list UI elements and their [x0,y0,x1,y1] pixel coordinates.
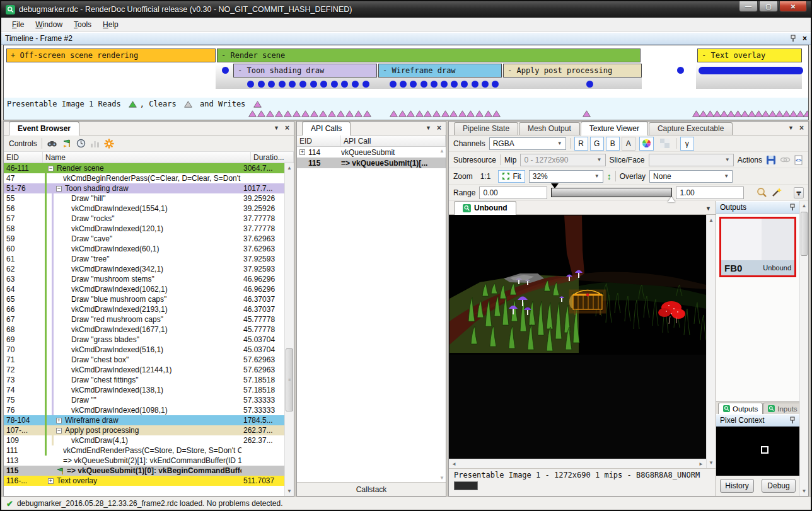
event-row[interactable]: 78-104+Wireframe draw1784.5... [4,415,284,425]
texture-image[interactable] [450,215,706,355]
api-calls-menu-icon[interactable]: ▼ [426,125,431,131]
event-row[interactable]: 107-...−Apply post processing262.37... [4,425,284,435]
api-call-row[interactable]: +114vkQueueSubmit [297,147,446,158]
tab-event-browser[interactable]: Event Browser [9,122,79,135]
debug-button[interactable]: Debug [762,479,796,493]
outputs-pin-icon[interactable] [789,204,796,211]
tree-expander-icon[interactable]: − [48,166,54,171]
pixel-context-view[interactable] [716,427,799,476]
timeline-close-icon[interactable]: × [803,34,807,43]
event-row[interactable]: 58vkCmdDrawIndexed(120,1)37.77778 [4,224,284,234]
api-scroll-down-icon[interactable]: ▼ [439,475,444,481]
tab-outputs[interactable]: Outputs [718,403,763,414]
tab-api-calls[interactable]: API Calls [302,122,351,135]
zoom-combo[interactable]: 32%▼ [529,170,603,183]
column-header-apicall[interactable]: API Call [341,135,446,146]
texture-vertical-scrollbar[interactable]: ▲▼ [706,215,716,468]
scrollbar-thumb[interactable]: ≡ [286,348,293,411]
tree-expander-icon[interactable]: − [56,428,62,433]
range-max-field[interactable]: 1.00 [676,187,744,199]
column-header-duratio[interactable]: Duratio... [251,152,294,163]
fb0-thumbnail[interactable]: FB0 Unbound [719,217,796,277]
event-row[interactable]: 116-...+Text overlay511.7037 [4,476,284,486]
fit-button[interactable]: Fit [498,170,525,183]
channels-combo[interactable]: RGBA▼ [489,137,566,150]
pixel-context-pin-icon[interactable] [789,416,796,424]
history-button[interactable]: History [720,479,754,493]
event-browser-menu-icon[interactable]: ▼ [274,125,279,131]
event-row[interactable]: 62vkCmdDrawIndexed(342,1)37.92593 [4,264,284,274]
menu-item-window[interactable]: Window [30,18,68,31]
maximize-button[interactable]: ▢ [759,1,778,12]
autofit-wand-icon[interactable] [771,187,782,198]
save-texture-icon[interactable] [766,155,776,165]
tree-expander-icon[interactable]: + [56,418,62,423]
timeline-bar--apply-post-processing[interactable]: - Apply post processing [503,64,642,78]
api-scroll-up-icon[interactable]: ▲ [439,148,444,154]
gamma-button[interactable]: γ [680,137,694,151]
time-draws-icon[interactable] [76,139,86,148]
tree-expander-icon[interactable]: + [48,478,54,484]
event-row[interactable]: 64vkCmdDrawIndexed(1062,1)46.96296 [4,284,284,294]
event-row[interactable]: 109vkCmdDraw(4,1)262.37... [4,435,284,445]
texture-tab-menu-icon[interactable]: ▼ [705,205,711,212]
menu-item-file[interactable]: File [6,18,30,31]
event-row[interactable]: 60vkCmdDrawIndexed(60,1)37.62963 [4,244,284,254]
event-row[interactable]: 57Draw "rocks"37.77778 [4,214,284,224]
texture-panel-close-icon[interactable]: × [799,123,804,132]
event-browser-scrollbar[interactable]: ▲ ≡ ▼ [284,163,294,496]
event-row[interactable]: 55Draw "hill"39.25926 [4,193,284,204]
timeline-bar--wireframe-draw[interactable]: - Wireframe draw [378,64,502,78]
event-browser-close-icon[interactable]: × [285,123,289,132]
tab-capture-executable[interactable]: Capture Executable [649,122,733,135]
slice-face-combo[interactable]: ▼ [649,154,734,166]
minimize-button[interactable]: — [739,1,758,12]
menu-item-help[interactable]: Help [97,18,124,31]
event-row[interactable]: 59Draw "cave"37.62963 [4,234,284,244]
timeline-bar--render-scene[interactable]: - Render scene [217,49,641,62]
channel-a-button[interactable]: A [622,137,635,151]
range-black-point-handle[interactable] [551,183,559,188]
find-event-icon[interactable] [47,139,57,148]
event-row[interactable]: 65Draw "blue mushroom caps"46.37037 [4,294,284,304]
tab-pipeline-state[interactable]: Pipeline State [454,122,518,135]
tab-texture-viewer[interactable]: Texture Viewer [581,122,648,135]
event-row[interactable]: 47vkCmdBeginRenderPass(C=Clear, D=Clear,… [4,173,284,183]
event-row[interactable]: 66vkCmdDrawIndexed(2193,1)46.37037 [4,304,284,314]
flip-y-icon[interactable]: ↕ [607,171,612,181]
event-row[interactable]: 63Draw "mushroom stems"46.96296 [4,274,284,284]
api-call-row[interactable]: 115=> vkQueueSubmit(1)[... [297,158,446,168]
column-header-name[interactable]: Name [43,152,251,163]
overlay-combo[interactable]: None▼ [649,170,733,183]
event-row[interactable]: 71Draw "chest box"57.62963 [4,355,284,365]
close-button[interactable]: ✕ [779,1,807,12]
zoom-range-icon[interactable] [757,187,767,198]
event-row[interactable]: 113=> vkQueueSubmit(2)[1]: vkEndCommandB… [4,456,284,466]
range-min-field[interactable]: 0.00 [479,187,547,199]
event-row[interactable]: 67Draw "red mushroom caps"45.77778 [4,314,284,324]
api-calls-close-icon[interactable]: × [437,123,441,132]
event-row[interactable]: 111vkCmdEndRenderPass(C=Store, D=Store, … [4,445,284,456]
channel-g-button[interactable]: G [590,137,604,151]
column-header-eid[interactable]: EID [297,135,341,146]
pin-icon[interactable] [790,35,796,42]
texture-horizontal-scrollbar[interactable]: ◄► [449,459,706,468]
event-row[interactable]: 69Draw "grass blades"45.03704 [4,335,284,345]
outputs-scrollbar-thumb[interactable] [801,212,808,256]
open-code-icon[interactable]: <> [794,155,804,165]
event-row[interactable]: 51-76−Toon shading draw1017.7... [4,183,284,193]
tab-unbound-texture[interactable]: Unbound [454,201,516,215]
event-row[interactable]: 76vkCmdDrawIndexed(1098,1)57.33333 [4,405,284,415]
alpha-checker-button[interactable] [658,137,672,151]
channel-r-button[interactable]: R [574,137,588,151]
event-row[interactable]: 72vkCmdDrawIndexed(12144,1)57.62963 [4,365,284,375]
mip-combo[interactable]: 0 - 1272x690▼ [520,154,605,166]
texture-panel-menu-icon[interactable]: ▼ [788,125,794,131]
range-white-point-handle[interactable] [668,197,675,202]
tab-mesh-output[interactable]: Mesh Output [519,122,580,135]
column-header-eid[interactable]: EID [4,152,43,163]
outputs-scrollbar[interactable]: ▲ ▼ [799,201,808,496]
zoom-1to1-button[interactable]: 1:1 [477,170,495,183]
event-row[interactable]: 73Draw "chest fittings"57.18518 [4,375,284,385]
goto-bookmark-icon[interactable] [62,139,72,148]
